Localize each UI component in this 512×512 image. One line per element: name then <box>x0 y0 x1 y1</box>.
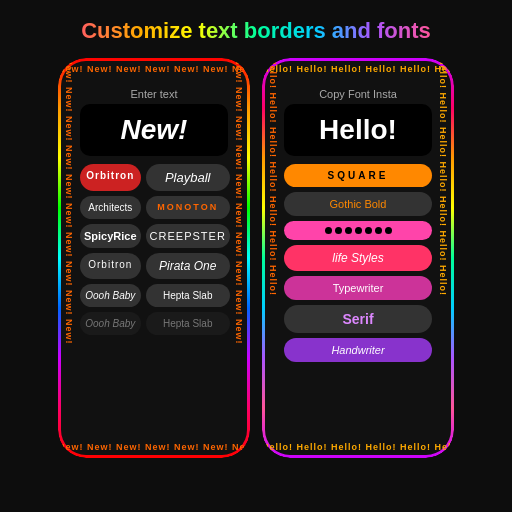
font-btn-ooh-baby2[interactable]: Oooh Baby <box>80 312 141 335</box>
right-phone: Hello! Hello! Hello! Hello! Hello! Hello… <box>262 58 454 458</box>
left-main-text: New! <box>121 114 188 145</box>
font-btn-dots[interactable] <box>284 221 432 240</box>
right-bottom-strip: Hello! Hello! Hello! Hello! Hello! Hello… <box>262 436 454 458</box>
font-btn-handwriter[interactable]: Handwriter <box>284 338 432 362</box>
font-btn-playball[interactable]: Playball <box>146 164 230 191</box>
font-btn-pirataone[interactable]: Pirata One <box>146 253 230 279</box>
phones-container: New! New! New! New! New! New! New! New! … <box>58 58 454 458</box>
font-btn-typewriter[interactable]: Typewriter <box>284 276 432 300</box>
left-phone-inner: Enter text New! Orbitron Playball Archit… <box>80 80 228 436</box>
right-top-strip-text: Hello! Hello! Hello! Hello! Hello! Hello… <box>262 64 454 74</box>
page-title: Customize text borders and fonts <box>81 18 431 44</box>
right-font-list: SQUARE Gothic Bold life Styles Typewrite… <box>284 164 432 362</box>
right-top-strip: Hello! Hello! Hello! Hello! Hello! Hello… <box>262 58 454 80</box>
font-btn-monoton[interactable]: MONOTON <box>146 196 230 219</box>
dot-5 <box>365 227 372 234</box>
font-btn-square[interactable]: SQUARE <box>284 164 432 187</box>
left-top-strip-text: New! New! New! New! New! New! New! New! … <box>58 64 250 74</box>
right-left-strip-text: Hello! Hello! Hello! Hello! Hello! Hello… <box>268 58 278 296</box>
font-btn-orbitron[interactable]: Orbitron <box>80 164 141 191</box>
dot-3 <box>345 227 352 234</box>
font-btn-lifestyles[interactable]: life Styles <box>284 245 432 271</box>
left-right-strip: New! New! New! New! New! New! New! New! … <box>228 58 250 458</box>
copy-font-label: Copy Font Insta <box>319 88 397 100</box>
dot-6 <box>375 227 382 234</box>
font-btn-ooh-baby[interactable]: Oooh Baby <box>80 284 141 307</box>
left-phone: New! New! New! New! New! New! New! New! … <box>58 58 250 458</box>
left-bottom-strip: New! New! New! New! New! New! New! New! … <box>58 436 250 458</box>
font-btn-gothic[interactable]: Gothic Bold <box>284 192 432 216</box>
dot-7 <box>385 227 392 234</box>
left-left-strip: New! New! New! New! New! New! New! New! … <box>58 58 80 458</box>
right-main-display[interactable]: Hello! <box>284 104 432 156</box>
left-top-strip: New! New! New! New! New! New! New! New! … <box>58 58 250 80</box>
font-btn-hepta-slab2[interactable]: Hepta Slab <box>146 312 230 335</box>
right-main-text: Hello! <box>319 114 397 145</box>
font-btn-orbitron2[interactable]: Orbitron <box>80 253 141 279</box>
right-right-strip-text: Hello! Hello! Hello! Hello! Hello! Hello… <box>438 58 448 296</box>
right-phone-inner: Copy Font Insta Hello! SQUARE Gothic Bol… <box>284 80 432 436</box>
font-btn-hepta-slab[interactable]: Hepta Slab <box>146 284 230 307</box>
left-right-strip-text: New! New! New! New! New! New! New! New! … <box>234 58 244 345</box>
right-bottom-strip-text: Hello! Hello! Hello! Hello! Hello! Hello… <box>262 442 454 452</box>
left-left-strip-text: New! New! New! New! New! New! New! New! … <box>64 58 74 345</box>
right-right-strip: Hello! Hello! Hello! Hello! Hello! Hello… <box>432 58 454 458</box>
font-btn-creepster[interactable]: CREEPSTER <box>146 224 230 248</box>
font-btn-architects[interactable]: Architects <box>80 196 141 219</box>
dot-4 <box>355 227 362 234</box>
dot-2 <box>335 227 342 234</box>
font-btn-spicyrice[interactable]: SpicyRice <box>80 224 141 248</box>
left-font-grid: Orbitron Playball Architects MONOTON Spi… <box>80 164 228 335</box>
right-left-strip: Hello! Hello! Hello! Hello! Hello! Hello… <box>262 58 284 458</box>
font-btn-serif[interactable]: Serif <box>284 305 432 333</box>
left-main-display[interactable]: New! <box>80 104 228 156</box>
enter-text-label: Enter text <box>130 88 177 100</box>
left-bottom-strip-text: New! New! New! New! New! New! New! New! … <box>58 442 250 452</box>
dot-1 <box>325 227 332 234</box>
